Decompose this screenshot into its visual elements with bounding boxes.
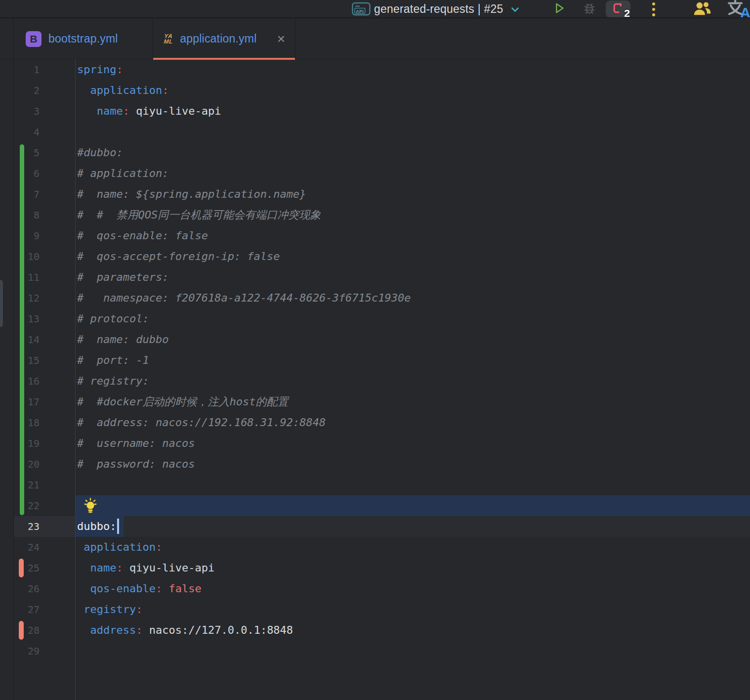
code-text[interactable]: # qos-enable: false [75, 225, 750, 246]
code-text[interactable]: address: nacos://127.0.0.1:8848 [75, 620, 750, 641]
code-line[interactable]: 4 [14, 122, 750, 142]
code-line[interactable]: 22 [14, 495, 750, 516]
code-line[interactable]: 7# name: ${spring.application.name} [14, 184, 750, 205]
gutter[interactable]: 27 [14, 599, 75, 620]
gutter[interactable]: 12 [14, 288, 75, 308]
code-line[interactable]: 24 application: [14, 537, 750, 558]
code-text[interactable]: #dubbo: [75, 142, 750, 163]
code-text[interactable]: # # 禁用QOS同一台机器可能会有端口冲突现象 [75, 205, 750, 225]
code-line[interactable]: 21 [14, 475, 750, 495]
code-line[interactable]: 5#dubbo: [14, 142, 750, 163]
code-line[interactable]: 16# registry: [14, 371, 750, 392]
code-line[interactable]: 1spring: [14, 59, 750, 80]
gutter[interactable]: 5 [14, 142, 75, 163]
code-text[interactable]: # application: [75, 163, 750, 184]
code-text[interactable]: qos-enable: false [75, 578, 750, 599]
run-configuration-selector[interactable]: generated-requests | #25 [374, 0, 519, 17]
code-line[interactable]: 8# # 禁用QOS同一台机器可能会有端口冲突现象 [14, 205, 750, 225]
code-line[interactable]: 12# namespace: f207618a-a122-4744-8626-3… [14, 288, 750, 308]
code-text[interactable] [75, 495, 750, 516]
code-text[interactable]: # address: nacos://192.168.31.92:8848 [75, 412, 750, 433]
gutter[interactable]: 17 [14, 392, 75, 412]
code-text[interactable]: registry: [75, 599, 750, 620]
users-button[interactable] [690, 0, 714, 18]
gutter[interactable]: 24 [14, 537, 75, 558]
gutter[interactable]: 1 [14, 59, 75, 80]
code-text[interactable]: # qos-accept-foreign-ip: false [75, 246, 750, 267]
gutter[interactable]: 25 [14, 558, 75, 578]
code-text[interactable]: # registry: [75, 371, 750, 392]
gutter[interactable]: 29 [14, 641, 75, 661]
code-text[interactable]: # protocol: [75, 308, 750, 329]
code-line[interactable]: 19# username: nacos [14, 433, 750, 454]
code-line[interactable]: 18# address: nacos://192.168.31.92:8848 [14, 412, 750, 433]
code-line[interactable]: 15# port: -1 [14, 350, 750, 371]
code-text[interactable]: dubbo: [75, 516, 750, 537]
gutter[interactable]: 4 [14, 122, 75, 142]
gutter[interactable]: 13 [14, 308, 75, 329]
gutter[interactable]: 11 [14, 267, 75, 288]
gutter[interactable]: 7 [14, 184, 75, 205]
gutter[interactable]: 2 [14, 80, 75, 101]
gutter[interactable]: 21 [14, 475, 75, 495]
code-line[interactable]: 29 [14, 641, 750, 661]
gutter[interactable]: 20 [14, 454, 75, 475]
translate-button[interactable]: A [725, 0, 750, 18]
gutter[interactable]: 9 [14, 225, 75, 246]
code-text[interactable]: name: qiyu-live-api [75, 101, 750, 122]
code-line[interactable]: 23dubbo: [14, 516, 750, 537]
close-tab-icon[interactable]: × [277, 32, 285, 46]
gutter[interactable]: 26 [14, 578, 75, 599]
code-line[interactable]: 9# qos-enable: false [14, 225, 750, 246]
more-actions-button[interactable] [651, 2, 656, 18]
code-line[interactable]: 17# #docker启动的时候，注入host的配置 [14, 392, 750, 412]
code-text[interactable]: spring: [75, 59, 750, 80]
stripe-handle[interactable] [0, 280, 3, 327]
code-token [77, 105, 97, 117]
code-line[interactable]: 28 address: nacos://127.0.0.1:8848 [14, 620, 750, 641]
code-text[interactable]: application: [75, 537, 750, 558]
gutter[interactable]: 23 [14, 516, 75, 537]
gutter[interactable]: 28 [14, 620, 75, 641]
code-text[interactable]: application: [75, 80, 750, 101]
code-line[interactable]: 25 name: qiyu-live-api [14, 558, 750, 578]
debug-button[interactable] [578, 0, 601, 18]
gutter[interactable]: 6 [14, 163, 75, 184]
gutter[interactable]: 16 [14, 371, 75, 392]
tab-bootstrap-yml[interactable]: B bootstrap.yml [14, 18, 153, 59]
code-line[interactable]: 14# name: dubbo [14, 329, 750, 350]
code-text[interactable]: # username: nacos [75, 433, 750, 454]
run-button[interactable] [548, 0, 569, 18]
gutter[interactable]: 18 [14, 412, 75, 433]
code-line[interactable]: 26 qos-enable: false [14, 578, 750, 599]
code-line[interactable]: 6# application: [14, 163, 750, 184]
code-line[interactable]: 10# qos-accept-foreign-ip: false [14, 246, 750, 267]
gutter[interactable]: 10 [14, 246, 75, 267]
gutter[interactable]: 14 [14, 329, 75, 350]
code-text[interactable] [75, 641, 750, 661]
code-text[interactable] [75, 122, 750, 142]
intention-bulb-icon[interactable] [83, 504, 98, 517]
code-line[interactable]: 20# password: nacos [14, 454, 750, 475]
code-text[interactable] [75, 475, 750, 495]
code-line[interactable]: 27 registry: [14, 599, 750, 620]
code-line[interactable]: 11# parameters: [14, 267, 750, 288]
gutter[interactable]: 8 [14, 205, 75, 225]
code-text[interactable]: # name: ${spring.application.name} [75, 184, 750, 205]
code-text[interactable]: # password: nacos [75, 454, 750, 475]
code-line[interactable]: 2 application: [14, 80, 750, 101]
code-text[interactable]: # namespace: f207618a-a122-4744-8626-3f6… [75, 288, 750, 308]
code-line[interactable]: 3 name: qiyu-live-api [14, 101, 750, 122]
gutter[interactable]: 22 [14, 495, 75, 516]
code-text[interactable]: # #docker启动的时候，注入host的配置 [75, 392, 750, 412]
code-text[interactable]: name: qiyu-live-api [75, 558, 750, 578]
gutter[interactable]: 3 [14, 101, 75, 122]
code-text[interactable]: # parameters: [75, 267, 750, 288]
code-text[interactable]: # name: dubbo [75, 329, 750, 350]
gutter[interactable]: 19 [14, 433, 75, 454]
tab-application-yml[interactable]: YA ML application.yml × [153, 18, 295, 59]
stop-button[interactable]: 2 [606, 0, 630, 18]
code-line[interactable]: 13# protocol: [14, 308, 750, 329]
code-text[interactable]: # port: -1 [75, 350, 750, 371]
gutter[interactable]: 15 [14, 350, 75, 371]
